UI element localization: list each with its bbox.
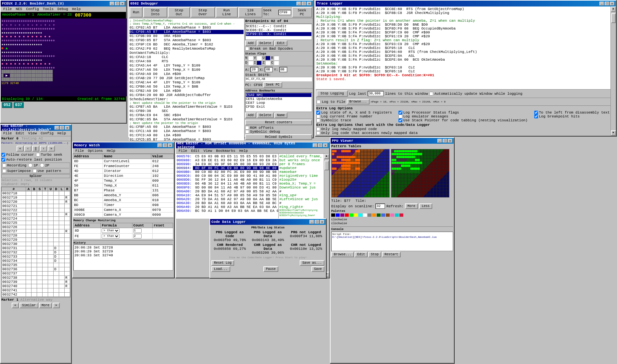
tas-maximize-btn[interactable]: □ [60, 126, 64, 130]
rom-offsets-checkbox[interactable] [245, 126, 249, 130]
name-bookmark-btn[interactable]: Name [274, 113, 287, 118]
debugger-close-btn[interactable]: ✕ [307, 2, 311, 6]
input-cell[interactable] [48, 229, 53, 234]
input-cell[interactable] [59, 221, 64, 225]
fceux-tools-menu[interactable]: Tools [41, 7, 56, 11]
input-cell[interactable] [37, 229, 42, 234]
input-cell[interactable] [26, 250, 31, 255]
input-cell[interactable] [37, 204, 42, 208]
input-cell[interactable] [31, 200, 37, 204]
input-cell[interactable] [37, 238, 42, 242]
trace-maximize-btn[interactable]: □ [605, 2, 609, 6]
input-cell[interactable] [26, 246, 31, 250]
seek-to-input[interactable] [278, 10, 291, 15]
mon-formula-select2[interactable]: > than [102, 234, 120, 238]
input-cell[interactable] [59, 208, 64, 212]
hex-scroll-up[interactable]: ▲ [324, 154, 329, 159]
input-cell[interactable] [59, 250, 64, 255]
input-cell[interactable] [53, 204, 59, 208]
input-cell[interactable] [26, 255, 31, 259]
hex-file-menu[interactable]: File [177, 149, 189, 153]
input-cell[interactable] [42, 200, 48, 204]
scroll-down-btn[interactable]: ▼ [611, 130, 616, 136]
input-cell[interactable] [37, 255, 42, 259]
input-cell[interactable] [64, 221, 70, 225]
reset-log-btn[interactable]: Reset Log [211, 260, 234, 266]
tas-row[interactable]: 0032732D [2, 250, 70, 255]
input-cell[interactable] [59, 200, 64, 204]
input-cell[interactable] [37, 293, 42, 297]
input-cell[interactable] [26, 212, 31, 217]
tas-start2-btn[interactable]: « [12, 303, 19, 308]
break-bad-opcodes-checkbox[interactable] [245, 47, 249, 51]
input-cell[interactable] [53, 221, 59, 225]
reg-a-input[interactable] [250, 67, 258, 72]
input-cell[interactable] [48, 217, 53, 221]
input-cell[interactable] [48, 280, 53, 284]
input-cell[interactable] [37, 272, 42, 276]
ppu-close-btn[interactable]: ✕ [448, 139, 452, 143]
input-cell[interactable] [37, 259, 42, 263]
tas-row[interactable]: 0032740R [2, 284, 70, 288]
memwatch-help-menu[interactable]: Help [105, 149, 117, 153]
input-cell[interactable] [53, 191, 59, 196]
input-cell[interactable] [42, 297, 48, 297]
memwatch-file-menu[interactable]: File [73, 149, 86, 153]
input-cell[interactable] [64, 191, 70, 196]
debugger-maximize-btn[interactable]: □ [302, 2, 306, 6]
input-cell[interactable] [42, 263, 48, 267]
input-cell[interactable] [31, 212, 37, 217]
input-cell[interactable] [31, 263, 37, 267]
tas-more-btn[interactable]: More [39, 303, 52, 308]
input-cell[interactable] [42, 284, 48, 288]
browse-btn[interactable]: Browse... [347, 99, 370, 104]
input-cell[interactable] [42, 246, 48, 250]
delete-bookmark-btn[interactable]: Delete [257, 113, 274, 118]
input-cell[interactable] [26, 263, 31, 267]
ppu-maximize-btn[interactable]: □ [443, 139, 447, 143]
run-line-button[interactable]: Run Line [216, 7, 238, 18]
script-stop-btn[interactable]: Stop [368, 252, 381, 257]
input-cell[interactable]: D [53, 267, 59, 272]
input-cell[interactable] [53, 276, 59, 280]
log-last-input[interactable] [368, 91, 384, 96]
input-cell[interactable] [26, 297, 31, 297]
input-cell[interactable] [31, 208, 37, 212]
tas-row[interactable]: 0032728 [2, 234, 70, 238]
memwatch-minimize-btn[interactable]: _ [157, 143, 162, 147]
playback-next-btn[interactable]: › [40, 146, 47, 152]
input-cell[interactable] [53, 212, 59, 217]
fceux-minimize-btn[interactable]: _ [110, 2, 114, 6]
tas-row[interactable]: 0032738R [2, 276, 70, 280]
tas-end2-btn[interactable]: » [53, 303, 60, 308]
input-cell[interactable]: D [53, 246, 59, 250]
input-cell[interactable] [42, 204, 48, 208]
playback-end-btn[interactable]: » [48, 146, 55, 152]
input-cell[interactable] [53, 234, 59, 238]
script-restart-btn[interactable]: Restart [382, 252, 401, 257]
symbolic-trace-checkbox[interactable] [316, 118, 320, 122]
hex-scroll-thumb[interactable] [324, 161, 329, 170]
use-pattern-checkbox[interactable] [33, 169, 37, 173]
input-cell[interactable] [37, 191, 42, 196]
input-cell[interactable] [59, 229, 64, 234]
fceux-close-btn[interactable]: ✕ [120, 2, 125, 6]
log-registers-checkbox[interactable] [316, 111, 320, 115]
tas-row[interactable]: 0032725 [2, 221, 70, 225]
input-cell[interactable]: R [64, 280, 70, 284]
input-cell[interactable] [42, 293, 48, 297]
tas-row[interactable]: 0032718 [2, 191, 70, 196]
tas-row[interactable]: 0032743 [2, 297, 70, 297]
input-cell[interactable] [59, 217, 64, 221]
input-cell[interactable] [48, 212, 53, 217]
debugger-minimize-btn[interactable]: _ [296, 2, 301, 6]
input-cell[interactable] [37, 280, 42, 284]
input-cell[interactable] [53, 263, 59, 267]
input-cell[interactable] [37, 217, 42, 221]
input-cell[interactable] [53, 297, 59, 297]
input-cell[interactable] [53, 242, 59, 246]
trace-close-btn[interactable]: ✕ [610, 2, 614, 6]
input-cell[interactable] [37, 288, 42, 293]
input-cell[interactable] [37, 263, 42, 267]
cdl-maximize-btn[interactable]: □ [315, 220, 319, 224]
